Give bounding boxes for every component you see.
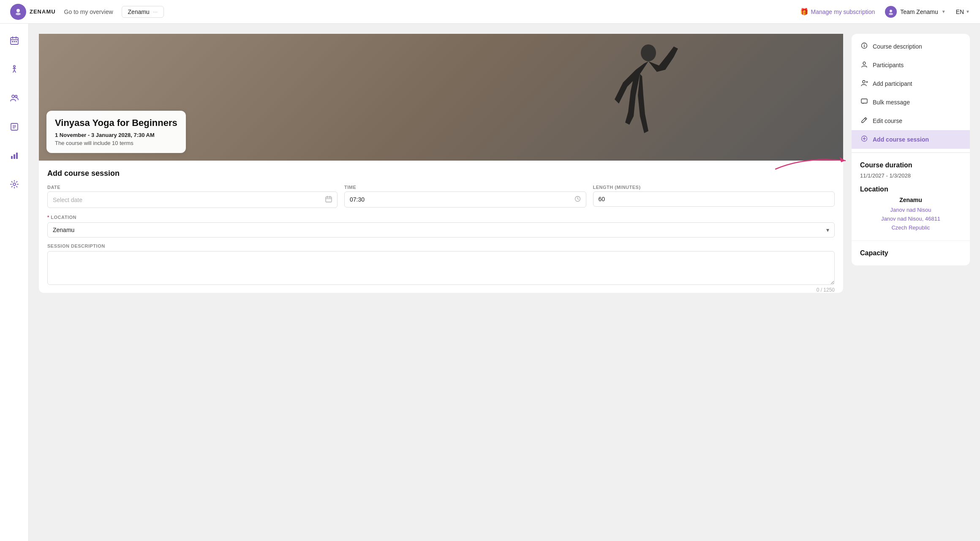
sidebar-item-list[interactable] xyxy=(6,118,23,135)
length-input[interactable]: 60 xyxy=(593,191,835,207)
svg-rect-20 xyxy=(16,153,18,159)
course-info-box: Vinyasa Yoga for Beginners 1 November - … xyxy=(46,111,186,153)
location-city: Janov nad Nisou xyxy=(860,206,961,215)
location-country: Czech Republic xyxy=(860,224,961,232)
duration-title: Course duration xyxy=(860,161,961,169)
course-dates: 1 November - 3 January 2028, 7:30 AM xyxy=(55,132,177,138)
page-layout: Vinyasa Yoga for Beginners 1 November - … xyxy=(0,24,980,541)
svg-line-29 xyxy=(577,199,579,200)
svg-point-22 xyxy=(641,44,656,61)
menu-label: Add course session xyxy=(873,136,929,143)
course-terms: The course will include 10 terms xyxy=(55,140,177,146)
svg-point-3 xyxy=(889,13,893,15)
svg-point-13 xyxy=(15,96,17,98)
menu-item-course-desc[interactable]: Course description xyxy=(852,37,970,56)
menu-item-bulk-message[interactable]: Bulk message xyxy=(852,93,970,112)
yoga-figure xyxy=(589,40,682,158)
location-select[interactable]: Zenamu ▾ xyxy=(47,222,835,238)
capacity-title: Capacity xyxy=(860,249,961,257)
course-title: Vinyasa Yoga for Beginners xyxy=(55,117,177,128)
sidebar-item-calendar[interactable] xyxy=(6,32,23,49)
form-section-title: Add course session xyxy=(47,169,835,178)
location-address: Janov nad Nisou, 46811 xyxy=(860,215,961,224)
gift-icon: 🎁 xyxy=(800,8,808,16)
add-circle-icon xyxy=(860,135,868,144)
nav-left: ZENAMU Go to my overview Zenamu ··· xyxy=(10,4,164,20)
menu-label: Bulk message xyxy=(873,99,910,106)
main-content: Vinyasa Yoga for Beginners 1 November - … xyxy=(29,24,980,541)
date-input[interactable]: Select date xyxy=(47,191,338,208)
menu-item-add-participant[interactable]: Add participant xyxy=(852,74,970,93)
lang-chevron-icon: ▼ xyxy=(966,9,970,14)
session-desc-textarea[interactable] xyxy=(47,251,835,285)
date-label: DATE xyxy=(47,185,338,190)
chevron-down-icon: ▼ xyxy=(942,9,946,14)
clock-icon xyxy=(574,196,581,203)
sidebar-item-yoga[interactable] xyxy=(6,61,23,78)
menu-label: Edit course xyxy=(873,117,902,124)
overview-link[interactable]: Go to my overview xyxy=(64,8,113,15)
course-duration-section: Course duration 11/1/2027 - 1/3/2028 Loc… xyxy=(852,153,970,240)
svg-point-1 xyxy=(16,13,21,15)
svg-point-21 xyxy=(13,183,16,186)
time-group: TIME 07:30 xyxy=(344,185,586,208)
team-dropdown[interactable]: Team Zenamu ▼ xyxy=(885,6,945,18)
svg-rect-37 xyxy=(861,99,867,103)
menu-label: Participants xyxy=(873,62,904,68)
nav-right: 🎁 Manage my subscription Team Zenamu ▼ E… xyxy=(800,6,970,18)
manage-subscription-button[interactable]: 🎁 Manage my subscription xyxy=(800,8,875,16)
svg-rect-23 xyxy=(326,197,332,202)
menu-label: Add participant xyxy=(873,80,912,87)
char-count: 0 / 1250 xyxy=(47,287,835,293)
sidebar xyxy=(0,24,29,541)
required-marker: * xyxy=(47,215,49,220)
pencil-icon xyxy=(860,117,868,125)
svg-point-0 xyxy=(16,9,20,12)
menu-label: Course description xyxy=(873,43,922,50)
location-title: Location xyxy=(860,186,961,193)
sidebar-item-analytics[interactable] xyxy=(6,147,23,164)
right-menu-card: Course description Participants xyxy=(852,34,970,265)
message-icon xyxy=(860,98,868,107)
right-column: Course description Participants xyxy=(852,34,970,293)
menu-item-participants[interactable]: Participants xyxy=(852,56,970,74)
location-label: * LOCATION xyxy=(47,215,835,220)
sidebar-item-users[interactable] xyxy=(6,90,23,107)
course-actions-menu: Course description Participants xyxy=(852,34,970,153)
location-name: Zenamu xyxy=(860,197,961,203)
logo-circle xyxy=(10,4,26,20)
info-circle-icon xyxy=(860,42,868,51)
svg-rect-10 xyxy=(16,41,17,42)
menu-item-edit-course[interactable]: Edit course xyxy=(852,112,970,130)
chevron-down-icon: ▾ xyxy=(826,227,829,233)
language-dropdown[interactable]: EN ▼ xyxy=(956,8,970,15)
session-desc-group: SESSION DESCRIPTION 0 / 1250 xyxy=(47,243,835,293)
svg-point-33 xyxy=(863,62,866,65)
logo-text: ZENAMU xyxy=(30,8,56,15)
top-navigation: ZENAMU Go to my overview Zenamu ··· 🎁 Ma… xyxy=(0,0,980,24)
svg-point-12 xyxy=(12,95,14,98)
hero-image: Vinyasa Yoga for Beginners 1 November - … xyxy=(39,34,843,161)
session-desc-label: SESSION DESCRIPTION xyxy=(47,243,835,249)
workspace-tab[interactable]: Zenamu ··· xyxy=(122,6,164,18)
logo: ZENAMU xyxy=(10,4,56,20)
form-row-datetime: DATE Select date xyxy=(47,185,835,208)
date-group: DATE Select date xyxy=(47,185,338,208)
svg-point-2 xyxy=(890,10,892,12)
time-input[interactable]: 07:30 xyxy=(344,191,586,208)
svg-line-38 xyxy=(865,118,866,120)
length-group: LENGTH (MINUTES) 60 xyxy=(593,185,835,208)
time-label: TIME xyxy=(344,185,586,190)
avatar xyxy=(885,6,897,18)
svg-rect-8 xyxy=(12,41,13,42)
page-wrapper: Vinyasa Yoga for Beginners 1 November - … xyxy=(39,34,970,293)
sidebar-item-settings[interactable] xyxy=(6,176,23,193)
capacity-section: Capacity xyxy=(852,240,970,265)
menu-item-add-session[interactable]: Add course session xyxy=(852,130,970,149)
person-plus-icon xyxy=(860,79,868,88)
length-label: LENGTH (MINUTES) xyxy=(593,185,835,190)
content-card: Vinyasa Yoga for Beginners 1 November - … xyxy=(39,34,843,293)
svg-point-34 xyxy=(863,81,865,83)
svg-rect-18 xyxy=(11,156,13,159)
add-session-form: Add course session DATE Select date xyxy=(39,161,843,293)
